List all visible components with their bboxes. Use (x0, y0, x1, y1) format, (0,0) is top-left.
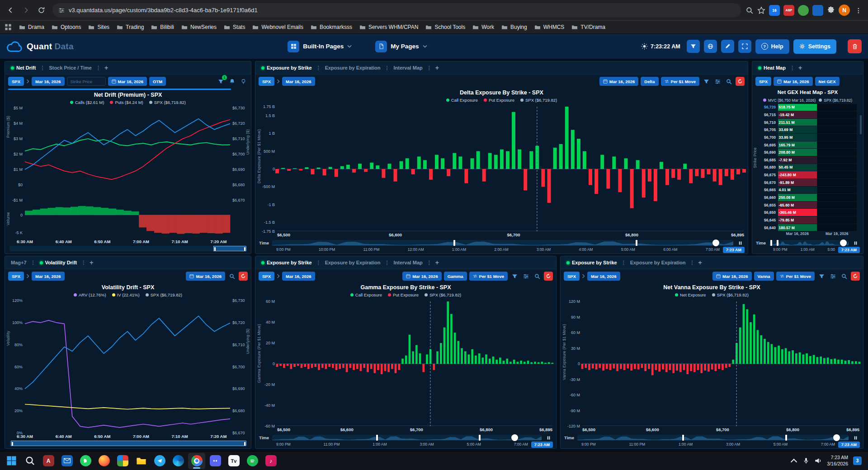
profile-avatar[interactable]: N (839, 5, 850, 16)
slider-handle-right[interactable] (479, 435, 481, 441)
volatility-drift-chart[interactable]: 120%100%80%60%40%20%0%$6,730$6,720$6,710… (5, 298, 251, 440)
delta-exposure-chart[interactable]: 1.75 B1.5 B1 B500 M0-500 M-1 B-1.5 B-1.7… (255, 103, 748, 238)
symbol-chip[interactable]: SPX (8, 77, 24, 86)
bookmark-drama[interactable]: Drama (15, 23, 48, 32)
heatmap-scrollbar[interactable] (860, 115, 862, 134)
per-1-move-chip[interactable]: Per $1 Move (661, 77, 699, 86)
tab-mag-7[interactable]: Mag+7 (8, 260, 30, 265)
taskbar-start-icon[interactable] (3, 453, 20, 469)
theme-sun-icon[interactable] (641, 43, 648, 50)
tab-menu-icon[interactable]: ⋮ (315, 65, 322, 71)
filter-icon[interactable] (702, 77, 711, 86)
tab-menu-icon[interactable]: ⋮ (789, 65, 796, 71)
time-range-selector[interactable] (9, 441, 246, 446)
browser-menu-icon[interactable]: ⋮ (854, 7, 863, 14)
auto-refresh-icon[interactable] (544, 272, 553, 281)
per-1-move-chip[interactable]: Per $1 Move (776, 272, 815, 281)
heatmap-cell[interactable] (817, 156, 857, 164)
tray-chevron-up-icon[interactable] (790, 457, 797, 464)
gamma-chip[interactable]: Gamma (444, 272, 467, 281)
tab-exposure-by-strike[interactable]: Exposure by Strike (563, 260, 620, 265)
address-bar[interactable]: v3.quantdata.us/page/custom/3bdaa9b2-c8d… (52, 3, 741, 17)
speaker-icon[interactable] (815, 457, 822, 464)
browser-back-button[interactable] (4, 4, 17, 17)
fullscreen-button[interactable] (738, 40, 751, 53)
taskbar-explorer-icon[interactable] (132, 453, 150, 469)
help-button[interactable]: ?Help (755, 39, 789, 54)
heatmap-cell[interactable]: 50.45 M (778, 164, 817, 171)
tab-menu-icon[interactable]: ⋮ (39, 65, 46, 71)
time-slider-track[interactable] (769, 240, 849, 246)
heatmap-cell[interactable] (817, 126, 857, 133)
settings-button[interactable]: Settings (793, 39, 836, 54)
bookmark-school-tools[interactable]: School Tools (422, 23, 469, 32)
vanna-chip[interactable]: Vanna (754, 272, 774, 281)
heatmap-cell[interactable]: -243.80 M (778, 171, 817, 179)
heatmap-cell[interactable]: 4.01 M (778, 187, 817, 194)
tab-heat-map[interactable]: Heat Map (755, 65, 789, 70)
mar-16-2026-chip[interactable]: Mar 16, 2026 (587, 272, 620, 281)
add-tab-button[interactable]: + (696, 259, 705, 266)
extension-16-icon[interactable]: 16 (769, 5, 780, 16)
zoom-search-icon[interactable] (745, 6, 754, 14)
taskbar-tradingview-icon[interactable]: Tv (225, 453, 242, 469)
heatmap-cell[interactable]: 518.75 M (778, 104, 817, 111)
heatmap-cell[interactable]: 33.95 M (778, 134, 817, 141)
tab-menu-icon[interactable]: ⋮ (95, 65, 102, 71)
range-handle-right[interactable] (244, 442, 245, 446)
slider-handle-left[interactable] (682, 435, 684, 441)
mar-16-2026-date-chip[interactable]: Mar 16, 2026 (402, 272, 442, 281)
tab-net-drift[interactable]: Net Drift (8, 65, 39, 70)
edit-pencil-button[interactable] (721, 40, 734, 53)
heatmap-cell[interactable] (817, 216, 857, 224)
taskbar-chrome-icon[interactable] (188, 453, 205, 469)
slider-step-button[interactable] (852, 240, 859, 246)
my-pages-dropdown[interactable]: My Pages (375, 41, 427, 52)
tab-exposure-by-strike[interactable]: Exposure by Strike (258, 260, 315, 265)
browser-forward-button[interactable] (19, 4, 33, 17)
heatmap-cell[interactable]: 208.80 M (778, 149, 817, 156)
range-selection[interactable] (213, 246, 246, 251)
symbol-chip[interactable]: SPX (259, 272, 274, 281)
taskbar-discord-icon[interactable] (207, 453, 224, 469)
range-handle-left[interactable] (214, 247, 216, 251)
heatmap-cell[interactable]: -7.92 M (778, 156, 817, 164)
heatmap-cell[interactable]: -365.46 M (778, 209, 817, 216)
tray-clock[interactable]: 7:23 AM 3/16/2026 (827, 455, 848, 467)
extension-green-icon[interactable] (798, 5, 809, 16)
time-range-selector[interactable] (9, 246, 246, 251)
url-text[interactable]: v3.quantdata.us/page/custom/3bdaa9b2-c8d… (69, 7, 258, 14)
microphone-icon[interactable] (802, 457, 810, 464)
add-tab-button[interactable]: + (796, 64, 805, 71)
heatmap-cell[interactable] (817, 224, 857, 231)
slider-step-button[interactable] (736, 240, 744, 246)
chart-settings-icon[interactable] (521, 272, 530, 281)
bookmark-tv-drama[interactable]: TV/Drama (568, 23, 609, 32)
taskbar-mail-icon[interactable] (58, 453, 75, 469)
heatmap-cell[interactable]: 165.79 M (778, 141, 817, 149)
heatmap-cell[interactable] (817, 141, 857, 149)
otm-chip[interactable]: OTM (149, 77, 166, 86)
add-tab-button[interactable]: + (433, 259, 442, 266)
delta-chip[interactable]: Delta (641, 77, 658, 86)
slider-handle-left[interactable] (453, 240, 455, 246)
alerts-bell-icon[interactable] (227, 77, 236, 86)
slider-handle-left[interactable] (770, 240, 772, 246)
per-1-move-chip[interactable]: Per $1 Move (469, 272, 508, 281)
symbol-chip[interactable]: SPX (755, 77, 771, 86)
heatmap-cell[interactable] (817, 209, 857, 216)
add-tab-button[interactable]: + (433, 64, 442, 71)
bookmark-webnovel-emails[interactable]: Webnovel Emails (249, 23, 307, 32)
bookmark-work[interactable]: Work (469, 23, 498, 32)
bookmark-star-icon[interactable] (757, 6, 765, 14)
taskbar-telegram-icon[interactable] (151, 453, 168, 469)
site-settings-icon[interactable] (58, 7, 65, 14)
symbol-chip[interactable]: SPX (259, 77, 274, 86)
notification-count-badge[interactable]: 3 (853, 456, 862, 465)
taskbar-whatsapp-icon[interactable] (77, 453, 94, 469)
symbol-chip[interactable]: SPX (564, 272, 580, 281)
heatmap-cell[interactable]: 33.69 M (778, 126, 817, 133)
tab-exposure-by-expiration[interactable]: Exposure by Expiration (627, 260, 689, 265)
symbol-chip[interactable]: SPX (8, 272, 24, 281)
mar-16-2026-chip[interactable]: Mar 16, 2026 (282, 77, 315, 86)
